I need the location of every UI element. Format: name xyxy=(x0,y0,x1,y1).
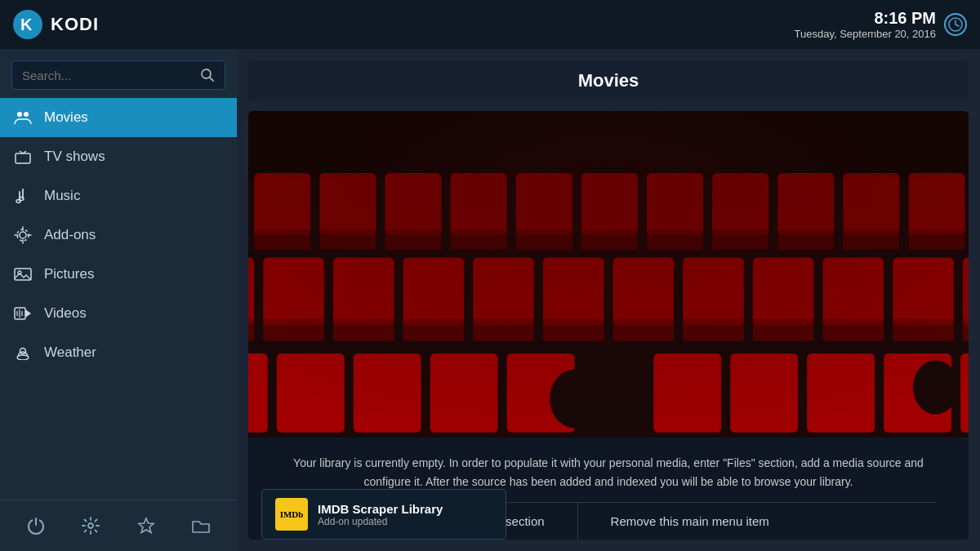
theater-image: Your library is currently empty. In orde… xyxy=(248,111,969,540)
movies-label: Movies xyxy=(44,109,88,126)
svg-text:K: K xyxy=(20,16,33,33)
svg-point-14 xyxy=(20,232,26,238)
clock-icon xyxy=(944,13,967,36)
notification-title: IMDB Scraper Library xyxy=(318,502,443,516)
svg-point-8 xyxy=(24,112,29,117)
pictures-label: Pictures xyxy=(44,266,94,282)
svg-point-13 xyxy=(20,198,24,201)
sidebar-item-videos[interactable]: Videos xyxy=(0,294,237,333)
svg-point-24 xyxy=(17,355,29,360)
kodi-logo-icon: K xyxy=(13,10,42,39)
weather-label: Weather xyxy=(44,344,96,361)
videos-icon xyxy=(13,304,33,323)
svg-point-23 xyxy=(20,349,26,354)
sidebar-item-movies[interactable]: Movies xyxy=(0,98,237,137)
favorites-icon[interactable] xyxy=(132,512,160,540)
search-bar[interactable] xyxy=(11,60,225,90)
weather-icon xyxy=(13,343,33,362)
sidebar-item-music[interactable]: Music xyxy=(0,176,237,216)
imdb-icon: IMDb xyxy=(275,498,308,531)
header: K KODI 8:16 PM Tuesday, September 20, 20… xyxy=(0,0,980,49)
svg-point-7 xyxy=(17,112,22,117)
content-title: Movies xyxy=(578,70,639,91)
content-header: Movies xyxy=(248,60,969,101)
svg-point-15 xyxy=(17,229,29,241)
notification-toast: IMDb IMDB Scraper Library Add-on updated xyxy=(261,489,506,540)
sidebar-item-tv-shows[interactable]: TV shows xyxy=(0,137,237,176)
header-right: 8:16 PM Tuesday, September 20, 2016 xyxy=(795,9,967,40)
header-left: K KODI xyxy=(13,10,99,39)
datetime-block: 8:16 PM Tuesday, September 20, 2016 xyxy=(795,9,936,40)
tv-shows-label: TV shows xyxy=(44,149,105,165)
remove-menu-item-button[interactable]: Remove this main menu item xyxy=(578,503,802,540)
time-display: 8:16 PM xyxy=(795,9,936,28)
videos-label: Videos xyxy=(44,305,87,322)
sidebar-item-add-ons[interactable]: Add-ons xyxy=(0,216,237,255)
music-label: Music xyxy=(44,188,80,204)
sidebar-item-weather[interactable]: Weather xyxy=(0,333,237,372)
pictures-icon xyxy=(13,264,33,284)
tv-shows-icon xyxy=(13,147,33,167)
notification-text: IMDB Scraper Library Add-on updated xyxy=(318,502,443,527)
search-input[interactable] xyxy=(22,69,200,82)
music-icon xyxy=(13,186,33,206)
sidebar-item-pictures[interactable]: Pictures xyxy=(0,255,237,294)
folder-icon[interactable] xyxy=(187,512,215,540)
sidebar-bottom xyxy=(0,500,237,551)
svg-marker-19 xyxy=(25,309,31,318)
add-ons-icon xyxy=(13,225,33,245)
content-area: Movies xyxy=(237,49,980,551)
main-layout: Movies TV shows xyxy=(0,49,980,551)
add-ons-label: Add-ons xyxy=(44,227,96,243)
movies-icon xyxy=(13,108,33,127)
power-icon[interactable] xyxy=(22,512,50,540)
svg-line-6 xyxy=(210,78,214,82)
svg-point-25 xyxy=(88,523,93,528)
svg-line-4 xyxy=(956,24,959,26)
app-title: KODI xyxy=(51,14,99,35)
svg-marker-26 xyxy=(139,518,154,533)
date-display: Tuesday, September 20, 2016 xyxy=(795,28,936,40)
notification-subtitle: Add-on updated xyxy=(318,516,443,527)
settings-icon[interactable] xyxy=(77,512,105,540)
sidebar: Movies TV shows xyxy=(0,49,237,551)
library-empty-message: Your library is currently empty. In orde… xyxy=(281,454,936,491)
svg-rect-9 xyxy=(16,153,30,163)
search-icon[interactable] xyxy=(200,68,215,82)
